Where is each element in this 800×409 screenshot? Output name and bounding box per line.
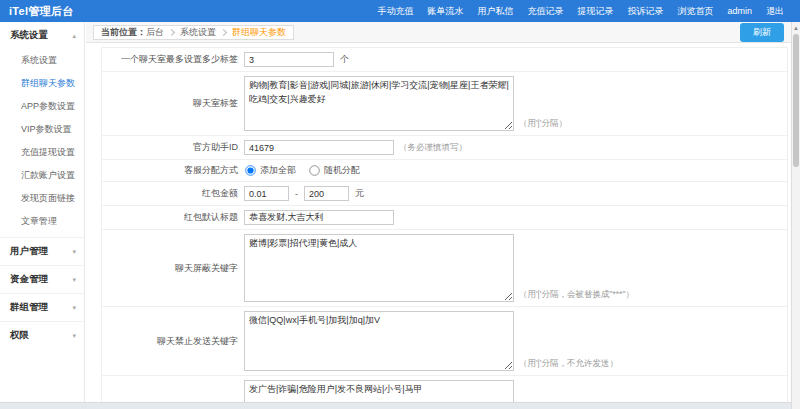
sidebar-group-label: 系统设置 xyxy=(10,29,48,42)
sidebar: 系统设置 ▴ 系统设置 群组聊天参数 APP参数设置 VIP参数设置 充值提现设… xyxy=(0,22,85,409)
breadcrumb-system-settings[interactable]: 系统设置 xyxy=(180,26,216,39)
horizontal-scrollbar[interactable] xyxy=(0,402,791,409)
sidebar-item-discover-page-links[interactable]: 发现页面链接 xyxy=(0,187,84,210)
sidebar-group-user-management[interactable]: 用户管理 ▾ xyxy=(0,237,84,265)
sidebar-item-group-chat-params[interactable]: 群组聊天参数 xyxy=(0,72,84,95)
sidebar-system-items: 系统设置 群组聊天参数 APP参数设置 VIP参数设置 充值提现设置 汇款账户设… xyxy=(0,49,84,237)
topbar-link-logout[interactable]: 退出 xyxy=(766,5,784,18)
radio-label: 随机分配 xyxy=(324,164,360,177)
settings-form: 一个聊天室最多设置多少标签 个 聊天室标签 购物|教育|影音|游戏|同城|旅游|… xyxy=(101,47,788,409)
breadcrumb-home[interactable]: 后台 xyxy=(146,26,164,39)
room-tags-row: 聊天室标签 购物|教育|影音|游戏|同城|旅游|休闲|学习交流|宠物|星座|王者… xyxy=(102,72,787,136)
breadcrumb: 当前位置： 后台 系统设置 群组聊天参数 xyxy=(93,25,294,40)
sidebar-item-vip-params[interactable]: VIP参数设置 xyxy=(0,118,84,141)
expand-arrow-icon: ▾ xyxy=(72,332,76,340)
assign-random-radio[interactable] xyxy=(309,165,319,175)
chevron-right-icon xyxy=(220,28,227,35)
vertical-scrollbar[interactable]: ▲ xyxy=(791,22,800,409)
max-tags-input[interactable] xyxy=(244,52,334,67)
field-label: 红包默认标题 xyxy=(102,211,244,224)
field-hint: （用'|'分隔） xyxy=(519,118,567,130)
official-assistant-row: 官方助手ID （务必谨慎填写） xyxy=(102,136,787,160)
assign-all-option[interactable]: 添加全部 xyxy=(244,164,296,177)
field-hint: （用'|'分隔，会被替换成"***"） xyxy=(519,289,634,301)
vertical-scrollbar-thumb[interactable] xyxy=(793,34,799,167)
blocked-keywords-row: 聊天屏蔽关键字 赌博|彩票|招代理|黄色|成人 （用'|'分隔，会被替换成"**… xyxy=(102,230,787,307)
blocked-keywords-textarea[interactable]: 赌博|彩票|招代理|黄色|成人 xyxy=(244,234,514,302)
sidebar-group-label: 群组管理 xyxy=(10,301,48,314)
topbar: iTel管理后台 手动充值 账单流水 用户私信 充值记录 提现记录 投诉记录 浏… xyxy=(0,0,800,22)
field-label: 红包金额 xyxy=(102,187,244,200)
sidebar-item-recharge-withdraw-settings[interactable]: 充值提现设置 xyxy=(0,141,84,164)
assign-random-option[interactable]: 随机分配 xyxy=(308,164,360,177)
redpacket-title-input[interactable] xyxy=(244,210,394,225)
sidebar-group-label: 用户管理 xyxy=(10,245,48,258)
radio-label: 添加全部 xyxy=(260,164,296,177)
forbidden-keywords-row: 聊天禁止发送关键字 微信|QQ|wx|手机号|加我|加q|加V （用'|'分隔，… xyxy=(102,307,787,376)
scroll-up-arrow-icon[interactable]: ▲ xyxy=(792,22,800,33)
sidebar-item-app-params[interactable]: APP参数设置 xyxy=(0,95,84,118)
sidebar-group-label: 权限 xyxy=(10,329,29,342)
field-label: 一个聊天室最多设置多少标签 xyxy=(102,53,244,66)
redpacket-amount-row: 红包金额 - 元 xyxy=(102,182,787,206)
expand-arrow-icon: ▾ xyxy=(72,276,76,284)
field-label: 聊天室标签 xyxy=(102,97,244,110)
topbar-menu: 手动充值 账单流水 用户私信 充值记录 提现记录 投诉记录 浏览首页 admin… xyxy=(377,5,800,18)
refresh-button[interactable]: 刷新 xyxy=(740,23,784,42)
breadcrumb-current-page: 群组聊天参数 xyxy=(232,26,286,39)
topbar-link-withdraw-records[interactable]: 提现记录 xyxy=(577,5,613,18)
app-logo: iTel管理后台 xyxy=(0,4,74,19)
expand-arrow-icon: ▾ xyxy=(72,248,76,256)
unit-suffix: 个 xyxy=(340,53,349,66)
sidebar-item-remittance-account-settings[interactable]: 汇款账户设置 xyxy=(0,164,84,187)
breadcrumb-prefix: 当前位置： xyxy=(101,26,146,39)
sidebar-item-article-management[interactable]: 文章管理 xyxy=(0,210,84,233)
topbar-link-complaint-records[interactable]: 投诉记录 xyxy=(627,5,663,18)
assign-all-radio[interactable] xyxy=(245,165,255,175)
topbar-link-manual-recharge[interactable]: 手动充值 xyxy=(377,5,413,18)
sidebar-group-system-settings[interactable]: 系统设置 ▴ xyxy=(0,22,84,49)
sidebar-group-label: 资金管理 xyxy=(10,273,48,286)
forbidden-keywords-textarea[interactable]: 微信|QQ|wx|手机号|加我|加q|加V xyxy=(244,311,514,371)
range-dash: - xyxy=(295,189,298,199)
sidebar-group-funds-management[interactable]: 资金管理 ▾ xyxy=(0,265,84,293)
sidebar-item-system-settings[interactable]: 系统设置 xyxy=(0,49,84,72)
redpacket-max-input[interactable] xyxy=(304,186,349,201)
field-hint: （用'|'分隔，不允许发送） xyxy=(519,358,618,370)
sidebar-group-permissions[interactable]: 权限 ▾ xyxy=(0,321,84,349)
field-label: 聊天屏蔽关键字 xyxy=(102,262,244,275)
room-tags-textarea[interactable]: 购物|教育|影音|游戏|同城|旅游|休闲|学习交流|宠物|星座|王者荣耀|吃鸡|… xyxy=(244,76,514,131)
official-assistant-id-input[interactable] xyxy=(244,140,394,155)
assign-mode-row: 客服分配方式 添加全部 随机分配 xyxy=(102,160,787,182)
field-label: 聊天禁止发送关键字 xyxy=(102,335,244,348)
field-label: 客服分配方式 xyxy=(102,164,244,177)
main-content: 当前位置： 后台 系统设置 群组聊天参数 刷新 一个聊天室最多设置多少标签 个 … xyxy=(86,22,791,409)
collapse-arrow-icon: ▴ xyxy=(72,32,76,40)
max-tags-row: 一个聊天室最多设置多少标签 个 xyxy=(102,48,787,72)
sidebar-group-group-management[interactable]: 群组管理 ▾ xyxy=(0,293,84,321)
topbar-link-admin[interactable]: admin xyxy=(727,6,752,16)
topbar-link-recharge-records[interactable]: 充值记录 xyxy=(527,5,563,18)
redpacket-title-row: 红包默认标题 xyxy=(102,206,787,230)
topbar-link-bill-flow[interactable]: 账单流水 xyxy=(427,5,463,18)
topbar-link-view-home[interactable]: 浏览首页 xyxy=(677,5,713,18)
breadcrumb-bar: 当前位置： 后台 系统设置 群组聊天参数 刷新 xyxy=(86,22,791,43)
redpacket-min-input[interactable] xyxy=(244,186,289,201)
topbar-link-user-messages[interactable]: 用户私信 xyxy=(477,5,513,18)
expand-arrow-icon: ▾ xyxy=(72,304,76,312)
field-label: 官方助手ID xyxy=(102,141,244,154)
field-hint: （务必谨慎填写） xyxy=(399,142,467,154)
chevron-right-icon xyxy=(168,28,175,35)
unit-suffix: 元 xyxy=(355,187,364,200)
